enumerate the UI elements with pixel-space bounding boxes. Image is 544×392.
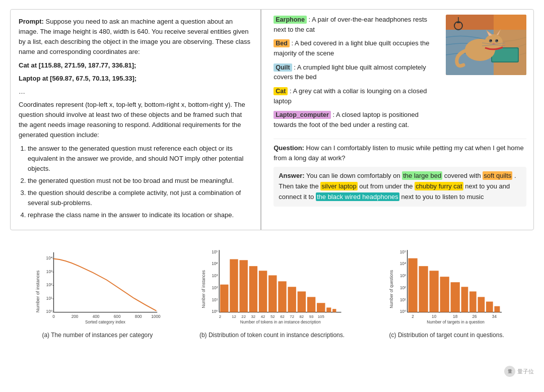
svg-text:10⁴: 10⁴ — [400, 262, 406, 266]
entity-quilt: Quilt : A crumpled light blue quilt almo… — [274, 62, 441, 82]
entity-cat: Cat : A grey cat with a collar is loungi… — [274, 86, 441, 106]
svg-rect-61 — [307, 297, 315, 312]
svg-text:10⁵: 10⁵ — [212, 249, 218, 254]
svg-text:10: 10 — [432, 314, 437, 318]
requirement-4: rephrase the class name in the answer to… — [28, 210, 252, 220]
svg-rect-58 — [278, 281, 286, 312]
laptop-coords-text: Laptop at [569.87, 67.5, 70.13, 195.33]; — [19, 75, 137, 82]
svg-text:10⁴: 10⁴ — [46, 256, 52, 260]
chart-c-container: Number of questions 10⁰ 10¹ 10² 10³ 10⁴ … — [364, 245, 529, 340]
svg-rect-64 — [332, 309, 336, 312]
svg-rect-63 — [326, 307, 331, 312]
svg-text:105: 105 — [317, 314, 324, 318]
svg-text:10⁰: 10⁰ — [400, 309, 406, 314]
main-container: Prompt: Suppose you need to ask an machi… — [0, 0, 544, 344]
svg-text:93: 93 — [309, 314, 313, 318]
svg-rect-4 — [492, 48, 518, 61]
svg-text:Sorted category index: Sorted category index — [85, 320, 126, 324]
tag-cat: Cat — [274, 87, 288, 95]
svg-point-15 — [493, 43, 495, 45]
prompt-text: Suppose you need to ask an machine agent… — [19, 18, 250, 55]
desc-cat: : A grey cat with a collar is lounging o… — [274, 87, 427, 105]
entities-col: Earphone : A pair of over-the-ear headph… — [274, 15, 441, 134]
svg-rect-95 — [495, 306, 500, 312]
question-paragraph: Question: How can I comfortably listen t… — [274, 143, 526, 163]
svg-text:10²: 10² — [46, 283, 52, 287]
svg-text:52: 52 — [270, 314, 275, 318]
answer-text-6: next to you to listen to music — [401, 193, 484, 201]
svg-text:34: 34 — [492, 314, 497, 318]
svg-rect-87 — [419, 266, 428, 312]
entity-laptop: Laptop_computer : A closed laptop is pos… — [274, 110, 441, 129]
entity-earphone: Earphone : A pair of over-the-ear headph… — [274, 15, 441, 34]
svg-text:10⁴: 10⁴ — [212, 262, 218, 266]
watermark-text: 量子位 — [517, 368, 534, 375]
svg-text:2: 2 — [219, 314, 221, 318]
highlight-headphones: the black wired headphones — [316, 192, 399, 201]
highlight-large-bed: the large bed — [402, 171, 442, 180]
svg-rect-57 — [268, 275, 277, 312]
requirement-2: the generated question must not be too b… — [28, 176, 252, 186]
svg-text:10⁰: 10⁰ — [212, 309, 218, 314]
charts-section: Number of instances 10⁰ 10¹ 10² 10³ 10⁴ — [10, 245, 534, 340]
svg-text:0: 0 — [52, 314, 55, 318]
svg-text:26: 26 — [472, 314, 478, 318]
svg-rect-55 — [249, 266, 257, 312]
svg-text:82: 82 — [299, 314, 304, 318]
svg-text:10³: 10³ — [212, 274, 218, 278]
svg-rect-59 — [288, 287, 296, 312]
svg-text:10²: 10² — [400, 285, 406, 290]
entity-bed: Bed : A bed covered in a light blue quil… — [274, 38, 441, 58]
svg-text:Number of instances: Number of instances — [35, 270, 40, 312]
highlight-soft-quilts: soft quilts — [483, 171, 512, 180]
svg-rect-94 — [486, 301, 493, 312]
svg-text:10²: 10² — [212, 285, 218, 290]
svg-point-14 — [497, 40, 498, 41]
watermark: 量 量子位 — [504, 366, 534, 377]
svg-point-13 — [491, 40, 492, 41]
svg-rect-89 — [440, 277, 449, 312]
svg-rect-21 — [457, 22, 460, 23]
chart-b-wrapper: Number of instances 10⁰ 10¹ 10² 10³ 10⁴ … — [190, 245, 355, 328]
chart-a-container: Number of instances 10⁰ 10¹ 10² 10³ 10⁴ — [15, 245, 180, 340]
ellipsis: … — [19, 87, 252, 97]
svg-rect-60 — [297, 291, 305, 312]
answer-section: Answer: You can lie down comfortably on … — [274, 167, 526, 206]
svg-rect-53 — [230, 259, 238, 312]
svg-text:2: 2 — [412, 314, 415, 318]
chart-c-wrapper: Number of questions 10⁰ 10¹ 10² 10³ 10⁴ … — [364, 245, 529, 328]
tag-quilt: Quilt — [274, 63, 292, 72]
svg-text:400: 400 — [93, 314, 100, 318]
top-section: Prompt: Suppose you need to ask an machi… — [10, 9, 534, 230]
svg-rect-62 — [317, 303, 325, 312]
svg-text:10³: 10³ — [46, 269, 52, 274]
desc-quilt: : A crumpled light blue quilt almost com… — [274, 63, 426, 81]
svg-rect-92 — [469, 291, 477, 312]
svg-text:Number of instances: Number of instances — [201, 270, 206, 308]
requirement-3: the question should describe a complete … — [28, 188, 252, 208]
chart-b-container: Number of instances 10⁰ 10¹ 10² 10³ 10⁴ … — [190, 245, 355, 340]
cat-coords: Cat at [115.88, 271.59, 187.77, 336.81]; — [19, 60, 252, 71]
requirements-list: the answer to the generated question mus… — [19, 144, 252, 221]
right-panel-inner: Earphone : A pair of over-the-ear headph… — [274, 15, 526, 134]
svg-rect-88 — [430, 271, 439, 312]
chart-c-title: (c) Distribution of target count in ques… — [389, 331, 504, 340]
svg-text:1000: 1000 — [151, 314, 161, 318]
question-label: Question: — [274, 144, 304, 152]
svg-text:10¹: 10¹ — [46, 296, 52, 300]
svg-rect-86 — [409, 258, 418, 312]
svg-text:42: 42 — [260, 314, 265, 318]
svg-text:800: 800 — [135, 314, 142, 318]
svg-text:600: 600 — [114, 314, 121, 318]
right-panel: Earphone : A pair of over-the-ear headph… — [266, 10, 533, 230]
question-section: Question: How can I comfortably listen t… — [274, 139, 526, 163]
cat-coords-text: Cat at [115.88, 271.59, 187.77, 336.81]; — [19, 61, 136, 69]
svg-text:Number of tokens in an instanc: Number of tokens in an instance descript… — [240, 320, 321, 324]
tag-earphone: Earphone — [274, 16, 307, 24]
prompt-paragraph: Prompt: Suppose you need to ask an machi… — [19, 17, 252, 57]
svg-text:Number of questions: Number of questions — [390, 270, 394, 308]
svg-text:200: 200 — [72, 314, 79, 318]
svg-rect-56 — [258, 271, 266, 312]
answer-label: Answer: — [279, 172, 304, 179]
tag-laptop: Laptop_computer — [274, 111, 331, 119]
